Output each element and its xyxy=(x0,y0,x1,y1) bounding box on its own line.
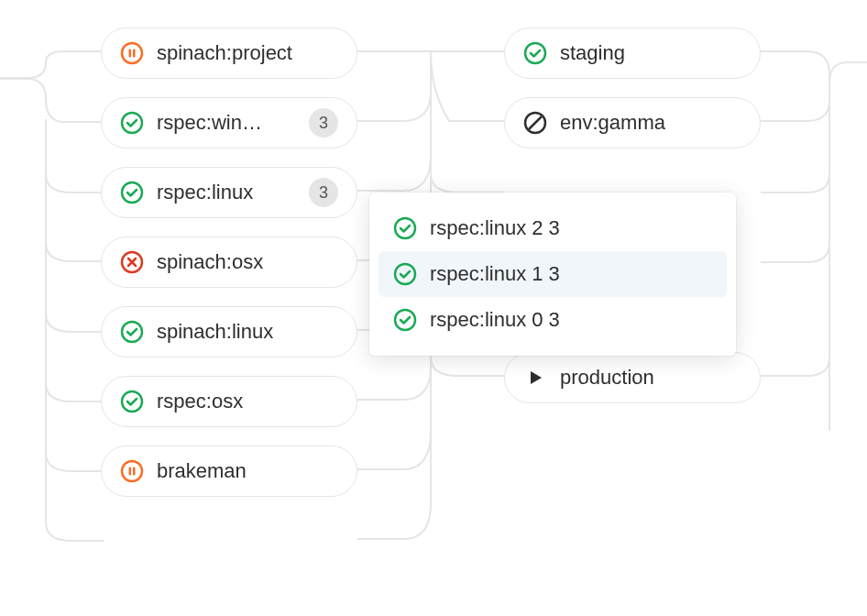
job-rspec-linux[interactable]: rspec:linux 3 xyxy=(101,167,357,218)
success-icon xyxy=(393,216,417,240)
job-label: spinach:linux xyxy=(157,320,338,344)
pipeline-graph: spinach:project rspec:win… 3 rspec:linux… xyxy=(0,0,867,616)
connector-line xyxy=(761,46,867,431)
svg-point-16 xyxy=(395,310,415,330)
success-icon xyxy=(393,262,417,286)
svg-rect-9 xyxy=(129,468,132,476)
stage-column-test: spinach:project rspec:win… 3 rspec:linux… xyxy=(101,28,357,497)
job-label: spinach:project xyxy=(157,41,338,65)
job-rspec-win[interactable]: rspec:win… 3 xyxy=(101,97,357,148)
success-icon xyxy=(120,320,144,344)
success-icon xyxy=(120,181,144,204)
svg-rect-1 xyxy=(129,50,132,58)
job-label: spinach:osx xyxy=(157,250,338,274)
svg-point-3 xyxy=(122,113,142,133)
dropdown-item-rspec-linux-0-3[interactable]: rspec:linux 0 3 xyxy=(379,297,727,343)
success-icon xyxy=(120,390,144,413)
dropdown-item-label: rspec:linux 2 3 xyxy=(430,216,560,240)
svg-point-4 xyxy=(122,182,142,203)
dropdown-item-rspec-linux-1-3[interactable]: rspec:linux 1 3 xyxy=(379,251,727,297)
job-label: rspec:win… xyxy=(157,111,302,135)
svg-rect-2 xyxy=(133,50,136,58)
job-label: production xyxy=(560,366,741,390)
job-spinach-linux[interactable]: spinach:linux xyxy=(101,306,357,358)
job-env-gamma[interactable]: env:gamma xyxy=(504,97,761,148)
job-spinach-project[interactable]: spinach:project xyxy=(101,28,357,79)
job-rspec-osx[interactable]: rspec:osx xyxy=(101,376,357,427)
svg-point-8 xyxy=(122,461,142,481)
job-label: brakeman xyxy=(157,459,338,483)
connector-line xyxy=(44,119,104,605)
job-spinach-osx[interactable]: spinach:osx xyxy=(101,236,357,288)
success-icon xyxy=(393,308,417,332)
job-label: staging xyxy=(560,41,741,65)
job-label: rspec:osx xyxy=(157,390,338,413)
svg-point-7 xyxy=(122,391,142,412)
job-staging[interactable]: staging xyxy=(504,28,761,79)
pending-icon xyxy=(120,459,144,483)
job-label: rspec:linux xyxy=(157,181,302,204)
success-icon xyxy=(523,41,547,65)
dropdown-item-rspec-linux-2-3[interactable]: rspec:linux 2 3 xyxy=(379,205,727,251)
success-icon xyxy=(120,111,144,135)
svg-line-13 xyxy=(529,116,542,129)
svg-point-14 xyxy=(395,218,415,238)
failed-icon xyxy=(120,250,144,274)
dropdown-item-label: rspec:linux 1 3 xyxy=(430,262,560,286)
skipped-icon xyxy=(523,111,547,135)
svg-point-11 xyxy=(525,43,545,63)
dropdown-item-label: rspec:linux 0 3 xyxy=(430,308,560,332)
play-icon xyxy=(523,366,547,390)
job-production[interactable]: production xyxy=(504,352,761,403)
svg-point-6 xyxy=(122,322,142,342)
job-count-badge: 3 xyxy=(309,108,338,138)
job-group-dropdown: rspec:linux 2 3 rspec:linux 1 3 rspec:li… xyxy=(369,192,736,356)
svg-point-0 xyxy=(122,43,142,63)
svg-rect-10 xyxy=(133,468,136,476)
svg-point-15 xyxy=(395,264,415,284)
job-count-badge: 3 xyxy=(309,178,338,207)
pending-icon xyxy=(120,41,144,65)
job-label: env:gamma xyxy=(560,111,741,135)
job-brakeman[interactable]: brakeman xyxy=(101,446,357,497)
